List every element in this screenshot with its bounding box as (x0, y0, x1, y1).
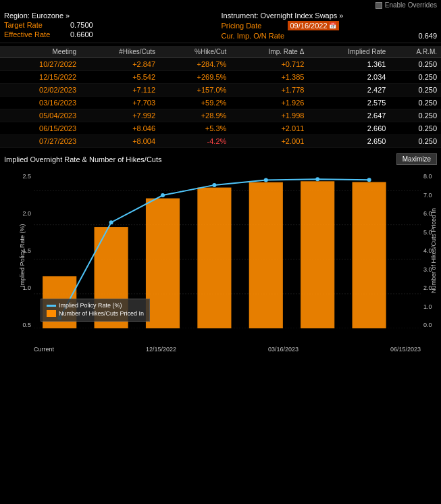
svg-point-16 (264, 178, 268, 182)
calendar-icon: 📅 (329, 22, 336, 29)
svg-point-14 (161, 193, 165, 197)
cell-hikes: +8.004 (80, 135, 159, 148)
legend-bar-label: Number of Hikes/Cuts Priced In (59, 310, 144, 317)
cell-implied: 2.575 (308, 97, 390, 109)
x-label-current: Current (34, 346, 54, 353)
legend-line-label: Implied Policy Rate (%) (59, 302, 122, 309)
svg-point-15 (212, 183, 216, 187)
pricing-date-value: 09/16/2022 (290, 22, 328, 30)
cell-implied: 2.427 (308, 84, 390, 97)
cell-arm: 0.250 (390, 71, 441, 84)
enable-overrides-container: Enable Overrides (375, 1, 437, 9)
enable-overrides-checkbox[interactable] (375, 2, 382, 9)
cell-pct: +5.3% (159, 122, 230, 135)
cur-imp-label: Cur. Imp. O/N Rate (222, 32, 285, 40)
cell-meeting: 10/27/2022 (0, 58, 80, 71)
y-left-1-5: 1.5 (22, 247, 31, 254)
target-rate-row: Target Rate 0.7500 (4, 21, 220, 29)
table-section: Meeting #Hikes/Cuts %Hike/Cut Imp. Rate … (0, 45, 441, 149)
cell-arm: 0.250 (390, 58, 441, 71)
legend-box: Implied Policy Rate (%) Number of Hikes/… (41, 299, 150, 322)
cell-meeting: 12/15/2022 (0, 71, 80, 84)
y-left-1-0: 1.0 (22, 284, 31, 291)
cell-hikes: +7.992 (80, 109, 159, 122)
maximize-button[interactable]: Maximize (396, 153, 437, 165)
table-row: 07/27/2023 +8.004 -4.2% +2.001 2.650 0.2… (0, 135, 441, 148)
x-label-dec2022: 12/15/2022 (146, 346, 176, 353)
cell-meeting: 05/04/2023 (0, 109, 80, 122)
cell-imp-delta: +1.778 (230, 84, 308, 97)
cell-pct: +59.2% (159, 97, 230, 109)
table-row: 06/15/2023 +8.046 +5.3% +2.011 2.660 0.2… (0, 122, 441, 135)
legend-bar-item: Number of Hikes/Cuts Priced In (47, 310, 144, 317)
cell-pct: +269.5% (159, 71, 230, 84)
cell-pct: +284.7% (159, 58, 230, 71)
cell-imp-delta: +2.011 (230, 122, 308, 135)
y-right-title: Number of Hikes/Cuts Priced In (430, 173, 440, 328)
cell-hikes: +7.112 (80, 84, 159, 97)
cell-hikes: +5.542 (80, 71, 159, 84)
cell-arm: 0.250 (390, 97, 441, 109)
cell-implied: 2.034 (308, 71, 390, 84)
cell-hikes: +7.703 (80, 97, 159, 109)
cell-implied: 2.660 (308, 122, 390, 135)
cur-imp-row: Cur. Imp. O/N Rate 0.649 (222, 32, 438, 40)
y-axis-left: 2.5 2.0 1.5 1.0 0.5 (0, 173, 34, 328)
chart-title: Implied Overnight Rate & Number of Hikes… (4, 155, 162, 163)
header-section: Region: Eurozone » Target Rate 0.7500 Ef… (0, 10, 441, 41)
cell-implied: 2.647 (308, 109, 390, 122)
pricing-date-value-box[interactable]: 09/16/2022 📅 (288, 21, 339, 30)
col-arm: A.R.M. (390, 46, 441, 58)
table-row: 10/27/2022 +2.847 +284.7% +0.712 1.361 0… (0, 58, 441, 71)
cell-pct: +157.0% (159, 84, 230, 97)
table-row: 12/15/2022 +5.542 +269.5% +1.385 2.034 0… (0, 71, 441, 84)
cell-imp-delta: +0.712 (230, 58, 308, 71)
effective-rate-row: Effective Rate 0.6600 (4, 30, 220, 39)
x-axis-labels: Current 12/15/2022 03/16/2023 06/15/2023 (34, 346, 421, 353)
cell-arm: 0.250 (390, 84, 441, 97)
chart-container: Implied Policy Rate (%) 2.5 2.0 1.5 1.0 … (0, 166, 441, 355)
data-table: Meeting #Hikes/Cuts %Hike/Cut Imp. Rate … (0, 46, 441, 148)
svg-rect-9 (249, 182, 283, 328)
chart-title-bar: Implied Overnight Rate & Number of Hikes… (0, 152, 441, 166)
effective-rate-value: 0.6600 (70, 30, 93, 39)
col-meeting: Meeting (0, 46, 80, 58)
target-rate-value: 0.7500 (70, 21, 93, 29)
cell-meeting: 03/16/2023 (0, 97, 80, 109)
legend-line-color (47, 305, 56, 307)
cell-imp-delta: +1.385 (230, 71, 308, 84)
table-header-row: Meeting #Hikes/Cuts %Hike/Cut Imp. Rate … (0, 46, 441, 58)
svg-rect-11 (353, 182, 386, 328)
table-row: 02/02/2023 +7.112 +157.0% +1.778 2.427 0… (0, 84, 441, 97)
header-left: Region: Eurozone » Target Rate 0.7500 Ef… (4, 11, 220, 40)
legend-line-item: Implied Policy Rate (%) (47, 302, 144, 309)
y-left-0-5: 0.5 (22, 322, 31, 328)
table-row: 05/04/2023 +7.992 +28.9% +1.998 2.647 0.… (0, 109, 441, 122)
top-bar: Enable Overrides (0, 0, 441, 10)
instrument-label[interactable]: Instrument: Overnight Index Swaps » (222, 11, 344, 20)
svg-point-17 (315, 177, 319, 181)
cell-arm: 0.250 (390, 135, 441, 148)
enable-overrides-label: Enable Overrides (385, 1, 437, 9)
cell-imp-delta: +2.001 (230, 135, 308, 148)
col-imp-rate-delta: Imp. Rate Δ (230, 46, 308, 58)
svg-rect-7 (146, 199, 180, 328)
cell-meeting: 02/02/2023 (0, 84, 80, 97)
svg-point-13 (109, 220, 113, 224)
x-label-jun2023: 06/15/2023 (390, 346, 421, 353)
region-label[interactable]: Region: Eurozone » (4, 11, 70, 20)
cell-implied: 1.361 (308, 58, 390, 71)
effective-rate-label: Effective Rate (4, 30, 65, 39)
pricing-date-row: Pricing Date 09/16/2022 📅 (222, 21, 438, 30)
header-separator (0, 43, 441, 43)
cell-imp-delta: +1.926 (230, 97, 308, 109)
cell-hikes: +8.046 (80, 122, 159, 135)
cell-implied: 2.650 (308, 135, 390, 148)
cell-arm: 0.250 (390, 109, 441, 122)
y-left-2-5: 2.5 (22, 173, 31, 180)
cell-pct: +28.9% (159, 109, 230, 122)
svg-rect-8 (197, 188, 231, 328)
table-row: 03/16/2023 +7.703 +59.2% +1.926 2.575 0.… (0, 97, 441, 109)
target-rate-label: Target Rate (4, 21, 65, 29)
legend-bar-color (47, 310, 56, 317)
